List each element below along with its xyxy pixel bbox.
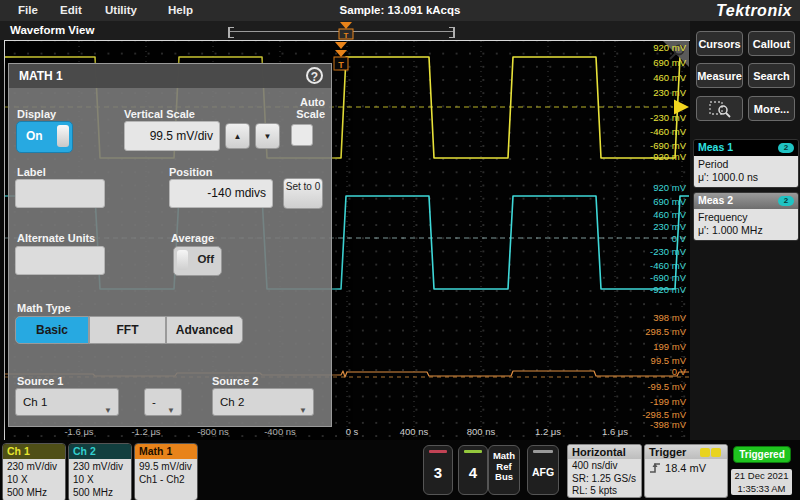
meas2-count-pill: 2 <box>778 196 794 206</box>
datetime-badge: 21 Dec 2021 1:35:33 AM <box>731 469 792 495</box>
scale-label: 920 mV <box>626 182 686 193</box>
ch1-badge[interactable]: Ch 1 230 mV/div 10 X 500 MHz <box>2 443 66 500</box>
cursors-button[interactable]: Cursors <box>696 31 743 56</box>
auto-scale-checkbox[interactable] <box>291 124 313 146</box>
time-value: 1:35:33 AM <box>731 483 792 496</box>
trigger-arrow <box>340 22 352 29</box>
acquisition-bracket-left[interactable] <box>228 27 234 38</box>
oscilloscope-screen: File Edit Utility Help Sample: 13.091 kA… <box>0 0 800 500</box>
trigger-position-marker[interactable]: T <box>335 21 357 40</box>
operator-value: - <box>152 396 156 408</box>
trigger-status-badge: Triggered <box>733 446 791 463</box>
average-toggle-handle <box>177 250 188 270</box>
tektronix-logo: Tektronix <box>716 2 792 20</box>
operator-dropdown[interactable]: - ▼ <box>144 388 182 416</box>
ch2-badge[interactable]: Ch 2 230 mV/div 10 X 500 MHz <box>68 443 132 500</box>
trigger-title-row: Trigger <box>645 445 727 459</box>
math-ref-bus-l3: Bus <box>489 472 519 483</box>
math-ref-bus-button[interactable]: Math Ref Bus <box>488 445 520 495</box>
math-type-label: Math Type <box>17 302 71 314</box>
math-type-advanced-tab[interactable]: Advanced <box>166 316 243 344</box>
time-label: 1.6 μs <box>590 426 640 437</box>
trigger-source-icon <box>700 447 721 459</box>
position-label: Position <box>169 166 212 178</box>
scale-label: -230 mV <box>626 112 686 123</box>
display-toggle[interactable]: On <box>16 121 73 153</box>
set-to-zero-button[interactable]: Set to 0 <box>283 178 323 209</box>
horizontal-rl: RL: 5 kpts <box>572 485 637 498</box>
scale-label: 460 mV <box>626 72 686 83</box>
meas2-body: Frequency μ': 1.000 MHz <box>694 209 798 240</box>
horizontal-title: Horizontal <box>568 445 641 459</box>
average-label: Average <box>171 232 214 244</box>
ch4-button[interactable]: 4 <box>458 445 488 495</box>
ch3-button[interactable]: 3 <box>423 445 453 495</box>
acquisition-bracket-right[interactable] <box>449 27 455 38</box>
meas2-type: Frequency <box>698 211 794 224</box>
source1-label: Source 1 <box>17 375 63 387</box>
ch2-badge-title: Ch 2 <box>69 444 131 459</box>
right-panel: Cursors Callout Measure Search More... M… <box>690 21 800 440</box>
meas1-type: Period <box>698 158 794 171</box>
scale-label: 99.5 mV <box>626 355 686 366</box>
display-label: Display <box>17 108 56 120</box>
more-button[interactable]: More... <box>748 96 795 121</box>
measure-button[interactable]: Measure <box>696 63 743 88</box>
help-icon[interactable]: ? <box>306 67 323 84</box>
zoom-select-icon <box>708 100 732 118</box>
tab-waveform-view[interactable]: Waveform View <box>10 24 94 36</box>
average-toggle[interactable]: Off <box>173 246 222 276</box>
math-type-basic-tab[interactable]: Basic <box>15 316 89 344</box>
time-label: -1.2 μs <box>121 426 171 437</box>
meas1-header: Meas 1 2 <box>694 140 798 156</box>
trigger-indicator-glyph: T <box>338 60 344 70</box>
trigger-indicator-arrow <box>335 42 347 49</box>
scale-label: 690 mV <box>626 57 686 68</box>
label-input[interactable] <box>15 179 105 208</box>
zoom-select-button[interactable] <box>696 96 743 121</box>
trigger-level: 18.4 mV <box>665 462 706 474</box>
scale-label: -99.5 mV <box>626 381 686 392</box>
ch1-badge-title: Ch 1 <box>3 444 65 459</box>
math1-badge-body: 99.5 mV/div Ch1 - Ch2 <box>135 459 197 500</box>
meas2-title: Meas 2 <box>698 194 733 206</box>
vertical-scale-input[interactable]: 99.5 mV/div <box>124 121 220 151</box>
alternate-units-input[interactable] <box>15 246 105 275</box>
ch2-badge-body: 230 mV/div 10 X 500 MHz <box>69 459 131 500</box>
time-label: -400 ns <box>255 426 305 437</box>
scale-label: -199 mV <box>626 396 686 407</box>
source1-dropdown[interactable]: Ch 1 ▼ <box>15 388 119 416</box>
trigger-body: 18.4 mV <box>645 459 727 476</box>
scale-label: -690 mV <box>626 272 686 283</box>
position-input[interactable]: -140 mdivs <box>169 179 273 208</box>
ch2-bw-value: 500 MHz <box>73 486 127 499</box>
math-ref-bus-l1: Math <box>489 451 519 462</box>
search-button[interactable]: Search <box>748 63 795 88</box>
scale-label: 398 mV <box>626 312 686 323</box>
math1-badge-title: Math 1 <box>135 444 197 459</box>
meas1-badge[interactable]: Meas 1 2 Period μ': 1000.0 ns <box>693 139 799 188</box>
scale-label: 298.5 mV <box>626 326 686 337</box>
math1-scale-value: 99.5 mV/div <box>139 460 193 473</box>
meas2-badge[interactable]: Meas 2 2 Frequency μ': 1.000 MHz <box>693 192 799 241</box>
ch3-label: 3 <box>424 464 452 481</box>
trigger-panel[interactable]: Trigger 18.4 mV <box>644 444 728 498</box>
scale-label: -460 mV <box>626 260 686 271</box>
math1-badge[interactable]: Math 1 99.5 mV/div Ch1 - Ch2 <box>134 443 198 500</box>
source2-dropdown[interactable]: Ch 2 ▼ <box>212 388 314 416</box>
alternate-units-label: Alternate Units <box>17 232 95 244</box>
scale-down-button[interactable]: ▼ <box>255 123 280 149</box>
label-label: Label <box>17 166 46 178</box>
tab-strip: Waveform View T <box>0 21 690 40</box>
afg-button[interactable]: AFG <box>527 445 559 495</box>
scale-up-button[interactable]: ▲ <box>225 123 250 149</box>
scale-label: -460 mV <box>626 126 686 137</box>
dialog-title-bar[interactable]: MATH 1 ? <box>9 64 331 88</box>
callout-button[interactable]: Callout <box>748 31 795 56</box>
chevron-down-icon: ▼ <box>299 398 307 424</box>
horizontal-panel[interactable]: Horizontal 400 ns/div SR: 1.25 GS/s RL: … <box>567 444 642 498</box>
time-label: 0 s <box>327 426 377 437</box>
math-type-fft-tab[interactable]: FFT <box>89 316 166 344</box>
menu-bar: File Edit Utility Help Sample: 13.091 kA… <box>0 0 800 21</box>
meas2-header: Meas 2 2 <box>694 193 798 209</box>
